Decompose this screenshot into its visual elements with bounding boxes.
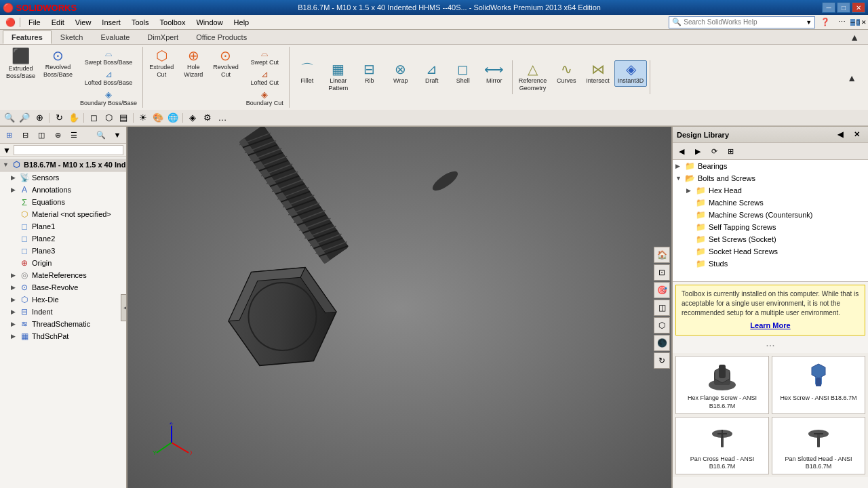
tab-sketch[interactable]: Sketch xyxy=(52,30,92,43)
menu-view[interactable]: View xyxy=(70,15,97,29)
dl-thumb-hex-flange[interactable]: Hex Flange Screw - ANSI B18.6.7M xyxy=(675,356,769,413)
boundary-boss-base-btn[interactable]: ◈ Boundary Boss/Base xyxy=(77,88,140,108)
vp-view-cube-btn[interactable]: ⬡ xyxy=(654,317,670,333)
tab-evaluate[interactable]: Evaluate xyxy=(92,30,139,43)
tab-features[interactable]: Features xyxy=(3,30,52,44)
plane1-item[interactable]: ◻ Plane1 xyxy=(0,220,126,232)
learn-more-link[interactable]: Learn More xyxy=(682,321,859,331)
inner-close[interactable]: ✕ xyxy=(861,19,867,26)
thdschpat-item[interactable]: ▶ ▦ ThdSchPat xyxy=(0,330,126,342)
view-orient-btn[interactable]: ⬡ xyxy=(102,111,115,125)
menu-tools[interactable]: Tools xyxy=(126,15,155,29)
search-input[interactable] xyxy=(684,18,806,26)
dim-xpert-btn[interactable]: ⊕ xyxy=(50,128,65,142)
intersect-btn[interactable]: ⋈ Intersect xyxy=(583,60,613,87)
revolved-boss-base-btn[interactable]: ⊙ RevolvedBoss/Base xyxy=(40,47,76,81)
dl-thumb-hex-screw[interactable]: Hex Screw - ANSI B18.6.7M xyxy=(772,356,865,413)
mirror-btn[interactable]: ⟷ Mirror xyxy=(479,60,509,87)
swept-cut-btn[interactable]: ⌓ Swept Cut xyxy=(243,47,286,67)
vp-rotate-view-btn[interactable]: ↻ xyxy=(654,352,670,369)
dl-back-btn[interactable]: ◀ xyxy=(674,144,689,158)
dl-thumb-pan-cross[interactable]: Pan Cross Head - ANSI B18.6.7M xyxy=(675,417,769,474)
dl-bolts-screws-item[interactable]: ▼ 📂 Bolts and Screws xyxy=(673,172,868,184)
wrap-btn[interactable]: ⊗ Wrap xyxy=(386,60,416,87)
origin-item[interactable]: ⊕ Origin xyxy=(0,257,126,269)
pan-btn[interactable]: ✋ xyxy=(67,111,81,125)
tab-dimxpert[interactable]: DimXpert xyxy=(138,30,187,43)
lofted-boss-base-btn[interactable]: ⊿ Lofted Boss/Base xyxy=(77,68,140,87)
curves-btn[interactable]: ∿ Curves xyxy=(551,60,581,87)
zoom-area-btn[interactable]: ⊕ xyxy=(33,111,46,125)
dl-machine-screws-csunk-item[interactable]: 📁 Machine Screws (Countersunk) xyxy=(673,209,868,221)
dl-hex-head-item[interactable]: ▶ 📁 Hex Head xyxy=(673,184,868,197)
rotate-btn[interactable]: ↻ xyxy=(52,111,66,125)
feature-manager-btn[interactable]: ⊞ xyxy=(1,128,16,142)
dl-studs-item[interactable]: 📁 Studs xyxy=(673,258,868,270)
close-btn[interactable]: ✕ xyxy=(852,2,865,13)
vp-section-view-btn[interactable]: ◫ xyxy=(654,300,670,316)
3d-viewport[interactable]: X Y Z 🏠 ⊡ 🎯 ◫ ⬡ 🌑 ↻ xyxy=(127,127,671,488)
revolved-cut-btn[interactable]: ⊙ RevolvedCut xyxy=(210,47,242,81)
appearances-btn[interactable]: 🎨 xyxy=(151,111,165,125)
equations-item[interactable]: Σ Equations xyxy=(0,196,126,208)
menu-help[interactable]: Help xyxy=(229,15,255,29)
more-btn[interactable]: … xyxy=(216,111,229,125)
dl-forward-btn[interactable]: ▶ xyxy=(690,144,705,158)
rib-btn[interactable]: ⊟ Rib xyxy=(355,60,384,87)
property-manager-btn[interactable]: ⊟ xyxy=(18,128,33,142)
dl-thumb-pan-slotted[interactable]: Pan Slotted Head - ANSI B18.6.7M xyxy=(772,417,865,474)
tab-office-products[interactable]: Office Products xyxy=(187,30,256,43)
hex-die-item[interactable]: ▶ ⬡ Hex-Die xyxy=(0,293,126,306)
vp-display-style-btn[interactable]: 🌑 xyxy=(654,335,670,351)
extruded-cut-btn[interactable]: ⬡ ExtrudedCut xyxy=(146,47,177,81)
dl-machine-screws-item[interactable]: 📁 Machine Screws xyxy=(673,197,868,209)
filter-input[interactable] xyxy=(14,145,123,155)
view-settings-btn[interactable]: ⚙ xyxy=(201,111,214,125)
annotations-item[interactable]: ▶ A Annotations xyxy=(0,184,126,196)
display-manager-btn[interactable]: ☰ xyxy=(66,128,81,142)
menu-toolbox[interactable]: Toolbox xyxy=(155,15,191,29)
linear-pattern-btn[interactable]: ▦ LinearPattern xyxy=(323,60,353,94)
shell-btn[interactable]: ◻ Shell xyxy=(448,60,478,87)
dl-socket-head-item[interactable]: 📁 Socket Head Screws xyxy=(673,245,868,258)
feature-tree-root[interactable]: ▼ ⬡ B18.6.7M - M10 x 1.5 x 40 Indent... xyxy=(0,159,126,171)
search-tree-btn[interactable]: 🔍 xyxy=(94,128,108,142)
configuration-manager-btn[interactable]: ◫ xyxy=(34,128,49,142)
section-view-btn[interactable]: ▤ xyxy=(117,111,130,125)
dl-set-screws-item[interactable]: 📁 Set Screws (Socket) xyxy=(673,233,868,245)
menu-edit[interactable]: Edit xyxy=(46,15,70,29)
dl-add-btn[interactable]: ⊞ xyxy=(723,144,738,158)
plane3-item[interactable]: ◻ Plane3 xyxy=(0,245,126,257)
indent-item[interactable]: ▶ ⊟ Indent xyxy=(0,306,126,318)
menu-insert[interactable]: Insert xyxy=(96,15,126,29)
vp-zoom-fit-btn[interactable]: ⊡ xyxy=(654,264,670,281)
panel-collapse-btn[interactable]: ◀ xyxy=(121,294,127,321)
base-revolve-item[interactable]: ▶ ⊙ Base-Revolve xyxy=(0,281,126,293)
lights-btn[interactable]: ☀ xyxy=(136,111,150,125)
vp-view-orient-btn[interactable]: 🎯 xyxy=(654,282,670,298)
dl-refresh-btn[interactable]: ⟳ xyxy=(707,144,722,158)
hole-wizard-btn[interactable]: ⊕ HoleWizard xyxy=(178,47,208,81)
lofted-cut-btn[interactable]: ⊿ Lofted Cut xyxy=(243,68,286,87)
tab-collapse[interactable]: ▲ xyxy=(844,30,865,44)
swept-boss-base-btn[interactable]: ⌓ Swept Boss/Base xyxy=(77,47,140,67)
boundary-cut-btn[interactable]: ◈ Boundary Cut xyxy=(243,88,286,108)
reference-geometry-btn[interactable]: △ ReferenceGeometry xyxy=(515,60,551,94)
dl-expand-btn[interactable]: ✕ xyxy=(849,128,864,142)
material-item[interactable]: ⬡ Material <not specified> xyxy=(0,208,126,220)
display-style-btn[interactable]: ◻ xyxy=(87,111,100,125)
menu-window[interactable]: Window xyxy=(191,15,228,29)
dl-collapse-btn[interactable]: ◀ xyxy=(833,128,848,142)
draft-btn[interactable]: ⊿ Draft xyxy=(417,60,447,87)
inner-min[interactable]: ─ xyxy=(850,19,854,26)
vp-home-btn[interactable]: 🏠 xyxy=(654,247,670,263)
zoom-in-btn[interactable]: 🔎 xyxy=(18,111,31,125)
extruded-boss-base-btn[interactable]: ⬛ ExtrudedBoss/Base xyxy=(3,47,39,82)
restore-btn[interactable]: □ xyxy=(837,2,850,13)
sensors-item[interactable]: ▶ 📡 Sensors xyxy=(0,171,126,184)
hide-show-btn[interactable]: ◈ xyxy=(186,111,199,125)
dl-self-tapping-item[interactable]: 📁 Self Tapping Screws xyxy=(673,221,868,233)
help-btn[interactable]: ❓ xyxy=(818,16,833,29)
inner-max[interactable]: □ xyxy=(856,19,860,26)
search-dropdown-icon[interactable]: ▼ xyxy=(806,19,812,26)
